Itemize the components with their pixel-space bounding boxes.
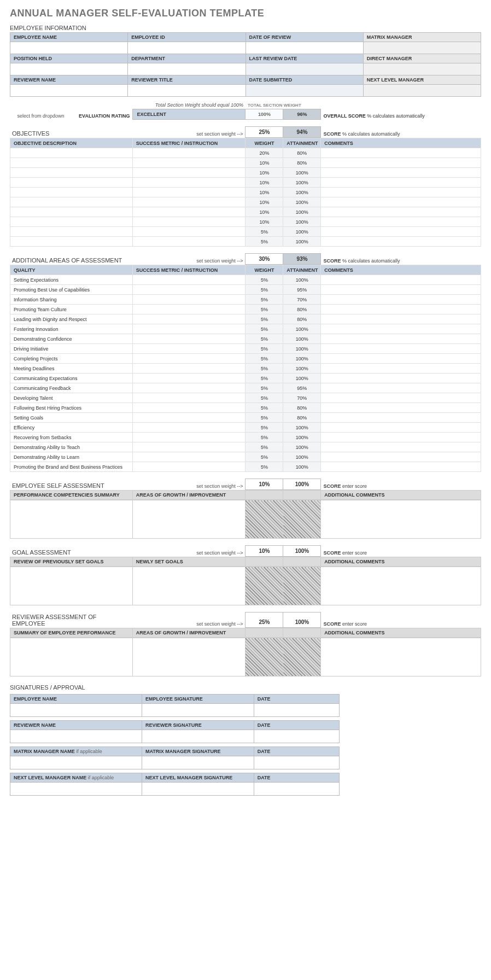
- obj-attain[interactable]: 80%: [283, 148, 321, 158]
- area-weight[interactable]: 5%: [245, 275, 283, 285]
- reviewer-input[interactable]: [10, 85, 128, 97]
- area-attain[interactable]: 100%: [283, 452, 321, 462]
- area-attain[interactable]: 100%: [283, 364, 321, 374]
- area-attain[interactable]: 80%: [283, 314, 321, 324]
- obj-weight[interactable]: 10%: [245, 188, 283, 197]
- sig-date-input[interactable]: [254, 704, 340, 717]
- obj-metric[interactable]: [132, 158, 245, 168]
- area-comment[interactable]: [321, 334, 481, 344]
- area-attain[interactable]: 95%: [283, 383, 321, 393]
- goal-score[interactable]: 100%: [283, 546, 321, 557]
- reviewer-weight[interactable]: 25%: [245, 612, 283, 628]
- area-comment[interactable]: [321, 354, 481, 364]
- obj-attain[interactable]: 100%: [283, 227, 321, 237]
- area-weight[interactable]: 5%: [245, 295, 283, 305]
- self-weight[interactable]: 10%: [245, 479, 283, 490]
- area-weight[interactable]: 5%: [245, 305, 283, 314]
- obj-desc[interactable]: [10, 148, 133, 158]
- obj-weight[interactable]: 10%: [245, 158, 283, 168]
- obj-comment[interactable]: [321, 217, 481, 227]
- self-score[interactable]: 100%: [283, 479, 321, 490]
- goal-text3[interactable]: [321, 567, 481, 605]
- reviewer-score[interactable]: 100%: [283, 612, 321, 628]
- area-comment[interactable]: [321, 285, 481, 295]
- area-comment[interactable]: [321, 295, 481, 305]
- area-comment[interactable]: [321, 413, 481, 423]
- area-comment[interactable]: [321, 324, 481, 334]
- area-metric[interactable]: [132, 354, 245, 364]
- obj-comment[interactable]: [321, 168, 481, 178]
- area-attain[interactable]: 70%: [283, 295, 321, 305]
- sig-name-input[interactable]: [10, 704, 142, 717]
- obj-weight[interactable]: 5%: [245, 227, 283, 237]
- area-metric[interactable]: [132, 393, 245, 403]
- area-weight[interactable]: 5%: [245, 452, 283, 462]
- area-metric[interactable]: [132, 275, 245, 285]
- area-attain[interactable]: 100%: [283, 423, 321, 433]
- obj-desc[interactable]: [10, 188, 133, 197]
- obj-attain[interactable]: 100%: [283, 197, 321, 207]
- obj-desc[interactable]: [10, 217, 133, 227]
- obj-desc[interactable]: [10, 197, 133, 207]
- obj-comment[interactable]: [321, 237, 481, 247]
- sig-sign-input[interactable]: [142, 783, 254, 796]
- sig-date-input[interactable]: [254, 783, 340, 796]
- area-weight[interactable]: 5%: [245, 374, 283, 383]
- obj-metric[interactable]: [132, 217, 245, 227]
- self-text3[interactable]: [321, 500, 481, 539]
- area-weight[interactable]: 5%: [245, 314, 283, 324]
- goal-text1[interactable]: [10, 567, 133, 605]
- directmgr-input[interactable]: [363, 63, 481, 75]
- area-metric[interactable]: [132, 403, 245, 413]
- obj-attain[interactable]: 80%: [283, 158, 321, 168]
- area-comment[interactable]: [321, 442, 481, 452]
- obj-desc[interactable]: [10, 237, 133, 247]
- obj-comment[interactable]: [321, 158, 481, 168]
- area-attain[interactable]: 100%: [283, 374, 321, 383]
- area-attain[interactable]: 70%: [283, 393, 321, 403]
- area-metric[interactable]: [132, 374, 245, 383]
- self-text1[interactable]: [10, 500, 133, 539]
- sig-name-input[interactable]: [10, 756, 142, 769]
- self-text2[interactable]: [132, 500, 245, 539]
- area-comment[interactable]: [321, 383, 481, 393]
- area-metric[interactable]: [132, 285, 245, 295]
- obj-attain[interactable]: 100%: [283, 188, 321, 197]
- area-comment[interactable]: [321, 344, 481, 354]
- area-attain[interactable]: 100%: [283, 442, 321, 452]
- area-metric[interactable]: [132, 423, 245, 433]
- lastreview-input[interactable]: [245, 63, 363, 75]
- area-attain[interactable]: 95%: [283, 285, 321, 295]
- area-weight[interactable]: 5%: [245, 442, 283, 452]
- area-comment[interactable]: [321, 462, 481, 472]
- areas-weight[interactable]: 30%: [245, 254, 283, 265]
- obj-weight[interactable]: 10%: [245, 178, 283, 188]
- area-comment[interactable]: [321, 393, 481, 403]
- area-metric[interactable]: [132, 433, 245, 442]
- sig-sign-input[interactable]: [142, 756, 254, 769]
- obj-comment[interactable]: [321, 227, 481, 237]
- obj-desc[interactable]: [10, 207, 133, 217]
- area-metric[interactable]: [132, 305, 245, 314]
- obj-comment[interactable]: [321, 148, 481, 158]
- area-metric[interactable]: [132, 413, 245, 423]
- obj-metric[interactable]: [132, 207, 245, 217]
- obj-attain[interactable]: 100%: [283, 168, 321, 178]
- obj-attain[interactable]: 100%: [283, 178, 321, 188]
- obj-metric[interactable]: [132, 237, 245, 247]
- obj-weight[interactable]: 10%: [245, 217, 283, 227]
- area-weight[interactable]: 5%: [245, 334, 283, 344]
- area-weight[interactable]: 5%: [245, 462, 283, 472]
- area-weight[interactable]: 5%: [245, 433, 283, 442]
- empname-input[interactable]: [10, 42, 128, 54]
- obj-metric[interactable]: [132, 148, 245, 158]
- area-comment[interactable]: [321, 423, 481, 433]
- area-metric[interactable]: [132, 295, 245, 305]
- area-weight[interactable]: 5%: [245, 413, 283, 423]
- area-metric[interactable]: [132, 452, 245, 462]
- obj-comment[interactable]: [321, 207, 481, 217]
- objectives-weight[interactable]: 25%: [245, 127, 283, 138]
- nextmgr-input[interactable]: [363, 85, 481, 97]
- area-weight[interactable]: 5%: [245, 393, 283, 403]
- area-comment[interactable]: [321, 305, 481, 314]
